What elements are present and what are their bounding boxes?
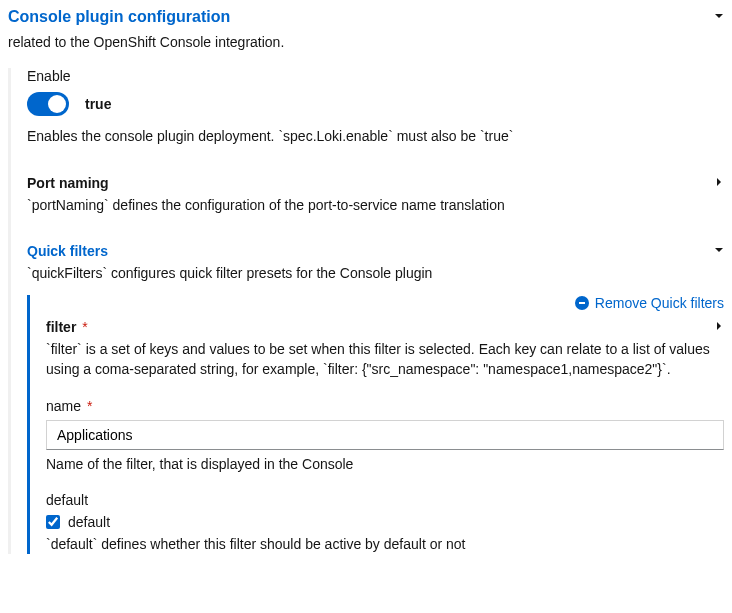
enable-label: Enable [27, 68, 724, 84]
svg-rect-0 [579, 302, 585, 304]
enable-toggle[interactable] [27, 92, 69, 116]
chevron-right-icon [714, 176, 724, 190]
console-plugin-config-title: Console plugin configuration [8, 8, 230, 26]
chevron-right-icon [714, 320, 724, 334]
name-label: name [46, 398, 81, 414]
default-helper: `default` defines whether this filter sh… [46, 534, 724, 554]
quick-filters-header[interactable]: Quick filters [27, 243, 724, 259]
filter-title: filter [46, 319, 76, 335]
minus-circle-icon [575, 296, 589, 310]
console-plugin-config-header[interactable]: Console plugin configuration [8, 8, 724, 26]
default-checkbox[interactable] [46, 515, 60, 529]
required-star-icon: * [87, 398, 92, 414]
filter-header[interactable]: filter * [46, 319, 724, 335]
toggle-knob [48, 95, 66, 113]
remove-quick-filters-label: Remove Quick filters [595, 295, 724, 311]
name-helper: Name of the filter, that is displayed in… [46, 454, 724, 474]
required-star-icon: * [82, 319, 87, 335]
chevron-down-icon [714, 244, 724, 258]
quick-filters-desc: `quickFilters` configures quick filter p… [27, 263, 724, 283]
filter-desc: `filter` is a set of keys and values to … [46, 339, 724, 380]
port-naming-title: Port naming [27, 175, 109, 191]
chevron-down-icon [714, 10, 724, 24]
name-input[interactable] [46, 420, 724, 450]
enable-helper: Enables the console plugin deployment. `… [27, 126, 724, 146]
default-group-label: default [46, 492, 724, 508]
default-checkbox-label: default [68, 514, 110, 530]
enable-value-label: true [85, 96, 111, 112]
port-naming-desc: `portNaming` defines the configuration o… [27, 195, 724, 215]
port-naming-header[interactable]: Port naming [27, 175, 724, 191]
console-plugin-config-desc: related to the OpenShift Console integra… [8, 32, 724, 52]
quick-filters-title: Quick filters [27, 243, 108, 259]
remove-quick-filters-button[interactable]: Remove Quick filters [575, 295, 724, 311]
